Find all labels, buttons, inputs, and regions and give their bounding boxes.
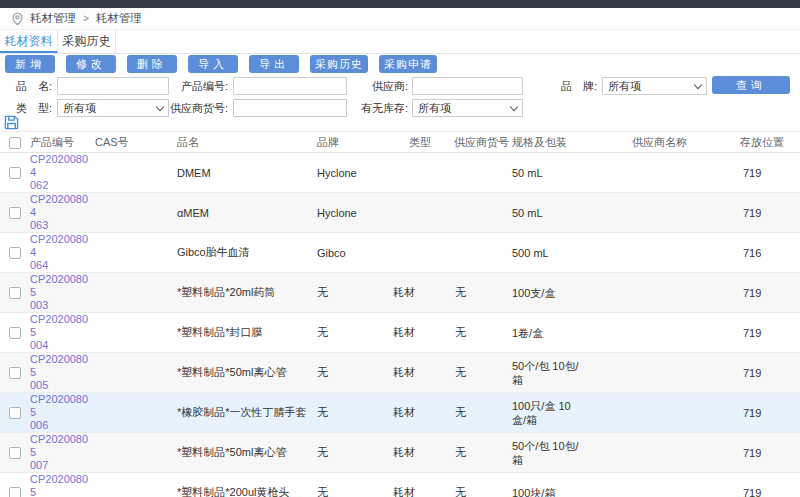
row-select-cell — [0, 393, 28, 433]
name-cell: αMEM — [175, 193, 315, 233]
name-input[interactable] — [57, 77, 169, 95]
type-cell: 耗材 — [390, 393, 450, 433]
row-checkbox[interactable] — [9, 207, 21, 219]
product-no-link[interactable]: CP20200804 062 — [30, 153, 93, 192]
product-no-link[interactable]: CP20200805 006 — [30, 393, 93, 432]
table-row[interactable]: CP20200805 003*塑料制品*20ml药筒无耗材无100支/盒719 — [0, 273, 800, 313]
col-type: 类型 — [390, 132, 450, 153]
name-cell: *橡胶制品*一次性丁腈手套 — [175, 393, 315, 433]
supplier-no-filter-label: 供应商货号: — [158, 99, 228, 117]
product-no-link[interactable]: CP20200805 004 — [30, 313, 93, 352]
location-cell: 719 — [738, 393, 800, 433]
brand-cell: 无 — [315, 433, 390, 473]
delete-button[interactable]: 删除 — [127, 55, 177, 73]
tab-purchase-history[interactable]: 采购历史 — [58, 30, 116, 53]
supplier-name-cell — [630, 313, 738, 353]
table-row[interactable]: CP20200805 006*橡胶制品*一次性丁腈手套无耗材无100只/盒 10… — [0, 393, 800, 433]
location-cell: 719 — [738, 193, 800, 233]
add-button[interactable]: 新增 — [5, 55, 55, 73]
product-no-link[interactable]: CP20200805 005 — [30, 353, 93, 392]
row-checkbox[interactable] — [9, 407, 21, 419]
product-no-link[interactable]: CP20200804 064 — [30, 233, 93, 272]
modify-button[interactable]: 修改 — [66, 55, 116, 73]
brand-select[interactable]: 所有项 — [602, 77, 707, 95]
row-select-cell — [0, 273, 28, 313]
col-supplier-no: 供应商货号 — [450, 132, 510, 153]
supplier-no-input[interactable] — [233, 99, 347, 117]
tab-bar: 耗材资料 采购历史 — [0, 30, 800, 54]
type-cell: 耗材 — [390, 473, 450, 497]
row-checkbox[interactable] — [9, 327, 21, 339]
col-name: 品名 — [175, 132, 315, 153]
table-row[interactable]: CP20200805 007*塑料制品*50ml离心管无耗材无50个/包 10包… — [0, 433, 800, 473]
product-no-input[interactable] — [233, 77, 347, 95]
breadcrumb-parent[interactable]: 耗材管理 — [30, 11, 76, 26]
row-checkbox[interactable] — [9, 447, 21, 459]
cas-cell — [93, 193, 175, 233]
product-no-link[interactable]: CP20200805 007 — [30, 433, 93, 472]
row-select-cell — [0, 233, 28, 273]
row-checkbox[interactable] — [9, 367, 21, 379]
product-no-link[interactable]: CP20200805 003 — [30, 273, 93, 312]
table-row[interactable]: CP20200804 062DMEMHyclone50 mL719 — [0, 153, 800, 193]
export-button[interactable]: 导出 — [249, 55, 299, 73]
tab-consumable-data[interactable]: 耗材资料 — [0, 30, 58, 53]
table-row[interactable]: CP20200804 063αMEMHyclone50 mL719 — [0, 193, 800, 233]
table-row[interactable]: CP20200804 064Gibco胎牛血清Gibco500 mL716 — [0, 233, 800, 273]
row-select-cell — [0, 433, 28, 473]
location-cell: 719 — [738, 433, 800, 473]
type-cell: 耗材 — [390, 273, 450, 313]
product-no-link[interactable]: CP20200805 008 — [30, 473, 93, 497]
stock-select[interactable]: 所有项 — [412, 99, 523, 117]
spec-cell: 500 mL — [510, 233, 630, 273]
table-row[interactable]: CP20200805 004*塑料制品*封口膜无耗材无1卷/盒719 — [0, 313, 800, 353]
chevron-down-icon — [510, 102, 518, 110]
col-product-no: 产品编号 — [28, 132, 93, 153]
breadcrumb-current: 耗材管理 — [96, 11, 142, 26]
name-cell: *塑料制品*封口膜 — [175, 313, 315, 353]
type-cell — [390, 233, 450, 273]
supplier-name-cell — [630, 433, 738, 473]
supplier-input[interactable] — [412, 77, 523, 95]
breadcrumb: 耗材管理 > 耗材管理 — [0, 8, 800, 30]
brand-cell: 无 — [315, 353, 390, 393]
type-select[interactable]: 所有项 — [57, 99, 169, 117]
type-cell — [390, 193, 450, 233]
location-cell: 719 — [738, 473, 800, 497]
location-pin-icon — [12, 12, 23, 26]
type-select-value: 所有项 — [63, 101, 96, 116]
name-cell: *塑料制品*50ml离心管 — [175, 353, 315, 393]
supplier-name-cell — [630, 193, 738, 233]
type-cell — [390, 153, 450, 193]
import-button[interactable]: 导入 — [188, 55, 238, 73]
search-button[interactable]: 查询 — [712, 76, 790, 94]
supplier-no-cell — [450, 193, 510, 233]
supplier-no-cell: 无 — [450, 393, 510, 433]
purchase-request-button[interactable]: 采购申请 — [379, 55, 437, 73]
row-checkbox[interactable] — [9, 287, 21, 299]
stock-filter-label: 有无库存: — [340, 99, 408, 117]
chevron-down-icon — [694, 80, 702, 88]
table-row[interactable]: CP20200805 008*塑料制品*200ul黄枪头无耗材无100块/箱71… — [0, 473, 800, 497]
type-cell: 耗材 — [390, 433, 450, 473]
row-checkbox[interactable] — [9, 487, 21, 497]
type-cell: 耗材 — [390, 353, 450, 393]
stock-select-value: 所有项 — [418, 101, 451, 116]
supplier-no-cell — [450, 233, 510, 273]
purchase-history-button[interactable]: 采购历史 — [310, 55, 368, 73]
save-icon[interactable] — [4, 115, 24, 131]
product-no-link[interactable]: CP20200804 063 — [30, 193, 93, 232]
row-select-cell — [0, 473, 28, 497]
select-all-checkbox[interactable] — [9, 137, 21, 149]
supplier-no-cell: 无 — [450, 273, 510, 313]
col-spec: 规格及包装 — [510, 132, 630, 153]
brand-cell: Hyclone — [315, 153, 390, 193]
spec-cell: 100支/盒 — [510, 273, 630, 313]
row-checkbox[interactable] — [9, 247, 21, 259]
supplier-name-cell — [630, 393, 738, 433]
table-row[interactable]: CP20200805 005*塑料制品*50ml离心管无耗材无50个/包 10包… — [0, 353, 800, 393]
supplier-no-cell — [450, 153, 510, 193]
brand-cell: Hyclone — [315, 193, 390, 233]
row-checkbox[interactable] — [9, 167, 21, 179]
name-filter-label: 品 名: — [0, 77, 52, 95]
